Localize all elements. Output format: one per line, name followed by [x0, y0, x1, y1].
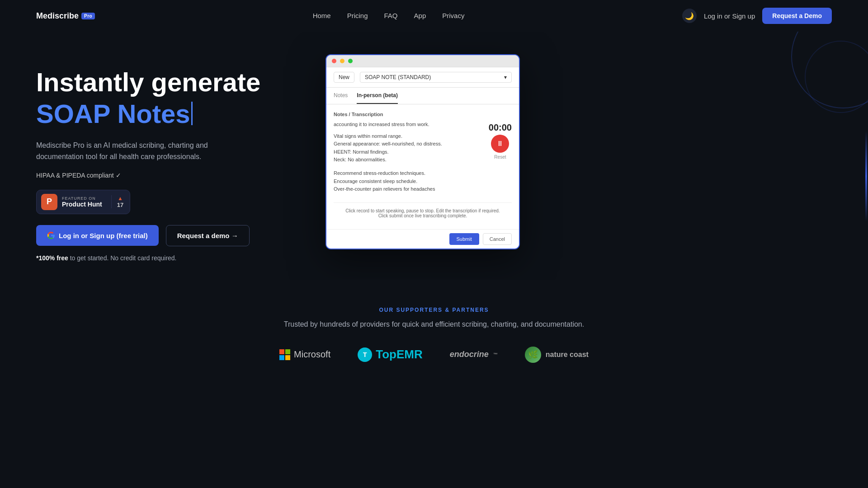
ph-upvote-arrow: ▲ — [118, 195, 123, 202]
partners-section: OUR SUPPORTERS & PARTNERS Trusted by hun… — [0, 280, 868, 390]
mockup-section-label: Notes / Transcription — [334, 112, 512, 117]
ph-featured-label: FEATURED ON — [62, 196, 102, 201]
pause-icon: ⏸ — [496, 140, 504, 148]
partners-label: OUR SUPPORTERS & PARTNERS — [36, 307, 832, 313]
demo-button[interactable]: Request a demo → — [166, 225, 250, 246]
mockup-toolbar: New SOAP NOTE (STANDARD) ▾ — [326, 67, 519, 88]
mockup-body: Notes / Transcription accounting it to i… — [326, 104, 519, 229]
hero-note-bold: *100% free — [36, 254, 68, 262]
ph-votes: ▲ 17 — [111, 195, 123, 208]
mockup-record-button[interactable]: ⏸ — [491, 135, 509, 153]
hero-content: Instantly generate SOAP Notes Mediscribe… — [36, 59, 307, 262]
partners-logos: Microsoft T TopEMR endocrine ™ 🌿 nature … — [36, 347, 832, 363]
hero-description: Mediscribe Pro is an AI medical scribing… — [36, 140, 253, 163]
logo-pro-badge: Pro — [81, 13, 95, 19]
hero-note-text: to get started. No credit card required. — [70, 254, 177, 262]
mockup-submit-button[interactable]: Submit — [449, 233, 479, 245]
logo-text: Mediscribe — [36, 11, 79, 21]
product-hunt-badge[interactable]: P FEATURED ON Product Hunt ▲ 17 — [36, 190, 130, 214]
text-cursor — [191, 102, 193, 125]
nav-links: Home Pricing FAQ App Privacy — [313, 12, 465, 20]
partner-nature-coast: 🌿 nature coast — [525, 347, 589, 363]
mockup-cancel-button[interactable]: Cancel — [483, 233, 512, 245]
mockup-instruction: Click record to start speaking, pause to… — [334, 202, 512, 222]
mockup-titlebar — [326, 55, 519, 67]
partners-description: Trusted by hundreds of providers for qui… — [36, 320, 832, 328]
partner-topemr: T TopEMR — [358, 347, 423, 362]
logo[interactable]: Mediscribe Pro — [36, 11, 95, 21]
hero-title: Instantly generate SOAP Notes — [36, 68, 307, 129]
ph-text: FEATURED ON Product Hunt — [62, 196, 102, 208]
hero-cta-buttons: Log in or Sign up (free trial) Request a… — [36, 225, 307, 246]
request-demo-button[interactable]: Request a Demo — [762, 8, 832, 24]
ph-votes-count: 17 — [117, 202, 123, 208]
nav-home[interactable]: Home — [313, 12, 331, 19]
nav-pricing[interactable]: Pricing — [347, 12, 368, 19]
google-icon — [47, 231, 55, 239]
nav-login-link[interactable]: Log in or Sign up — [704, 12, 755, 20]
mockup-dropdown-arrow: ▾ — [504, 74, 507, 80]
demo-button-label: Request a demo → — [177, 232, 238, 239]
ms-square-green — [285, 349, 290, 354]
mockup-footer: Submit Cancel — [326, 229, 519, 249]
ms-square-red — [279, 349, 284, 354]
window-dot-red — [332, 59, 336, 63]
theme-toggle-button[interactable]: 🌙 — [682, 9, 697, 23]
mockup-reset-label: Reset — [494, 155, 506, 160]
nav-right: 🌙 Log in or Sign up Request a Demo — [682, 8, 832, 24]
signup-button-label: Log in or Sign up (free trial) — [59, 232, 148, 239]
nav-privacy[interactable]: Privacy — [442, 12, 464, 19]
hero-section: Instantly generate SOAP Notes Mediscribe… — [0, 32, 868, 280]
window-dot-green — [348, 59, 353, 63]
mockup-dropdown-value: SOAP NOTE (STANDARD) — [365, 74, 431, 80]
endocrine-tm: ™ — [493, 352, 498, 357]
nature-coast-text: nature coast — [546, 351, 589, 359]
mockup-text-2: Recommend stress-reduction techniques. E… — [334, 169, 481, 193]
microsoft-logo-grid — [279, 349, 290, 360]
topemr-text: TopEMR — [376, 347, 423, 361]
ms-square-blue — [279, 355, 284, 360]
hipaa-badge: HIPAA & PIPEDA compliant ✓ — [36, 172, 307, 179]
topemr-icon: T — [358, 347, 372, 362]
nav-faq[interactable]: FAQ — [384, 12, 398, 19]
nature-coast-icon: 🌿 — [525, 347, 541, 363]
mockup-new-button[interactable]: New — [334, 72, 354, 83]
mockup-dropdown[interactable]: SOAP NOTE (STANDARD) ▾ — [360, 72, 512, 83]
window-dot-yellow — [340, 59, 344, 63]
partner-endocrine: endocrine ™ — [450, 350, 498, 359]
ph-icon: P — [41, 194, 57, 210]
nav-app[interactable]: App — [414, 12, 426, 19]
ms-square-yellow — [285, 355, 290, 360]
partner-microsoft: Microsoft — [279, 349, 330, 360]
mockup-text-1: accounting it to increased stress from w… — [334, 121, 481, 164]
mockup-timer: 00:00 — [489, 122, 512, 133]
microsoft-text: Microsoft — [294, 349, 330, 360]
mockup-tabs: Notes In-person (beta) — [326, 88, 519, 104]
hero-title-line1: Instantly generate — [36, 68, 307, 97]
navbar: Mediscribe Pro Home Pricing FAQ App Priv… — [0, 0, 868, 32]
mockup-tab-inperson[interactable]: In-person (beta) — [357, 88, 398, 104]
endocrine-text: endocrine — [450, 350, 489, 359]
mockup-window: New SOAP NOTE (STANDARD) ▾ Notes In-pers… — [326, 54, 520, 249]
hero-title-line2: SOAP Notes — [36, 99, 307, 129]
signup-button[interactable]: Log in or Sign up (free trial) — [36, 225, 159, 246]
ph-product-name: Product Hunt — [62, 201, 102, 208]
hero-note: *100% free to get started. No credit car… — [36, 254, 307, 262]
hero-mockup: New SOAP NOTE (STANDARD) ▾ Notes In-pers… — [326, 54, 520, 249]
mockup-tab-notes[interactable]: Notes — [334, 88, 348, 104]
